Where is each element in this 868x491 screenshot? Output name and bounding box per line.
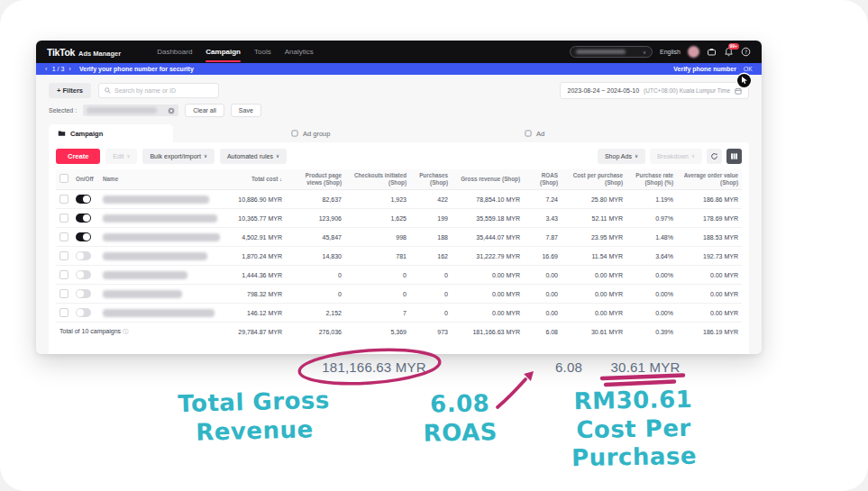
row-checkbox[interactable] bbox=[59, 270, 69, 279]
banner-next-icon[interactable]: › bbox=[69, 66, 71, 73]
help-icon[interactable]: ? bbox=[741, 47, 751, 57]
campaign-name-redacted bbox=[103, 214, 217, 223]
col-total-cost[interactable]: Total cost ↓ bbox=[217, 169, 286, 190]
nav-analytics[interactable]: Analytics bbox=[285, 48, 314, 56]
calendar-icon bbox=[735, 87, 742, 95]
search-placeholder: Search by name or ID bbox=[114, 87, 176, 94]
cell-product-page-views: 0 bbox=[286, 285, 345, 304]
level-tabs: Campaign Ad group Ad bbox=[49, 124, 749, 142]
cell-cost-per-purchase: 23.95 MYR bbox=[562, 228, 626, 247]
toolbar-right: Shop Ads ∨ Breakdown ∨ bbox=[598, 149, 742, 164]
columns-settings-button[interactable] bbox=[726, 149, 742, 164]
row-checkbox[interactable] bbox=[59, 308, 69, 317]
folder-icon bbox=[58, 130, 66, 137]
col-gross-revenue[interactable]: Gross revenue (Shop) bbox=[452, 169, 524, 190]
row-toggle[interactable] bbox=[76, 270, 91, 279]
nav-tools[interactable]: Tools bbox=[254, 48, 271, 56]
briefcase-icon[interactable] bbox=[707, 47, 717, 57]
cell-gross-revenue: 78,854.10 MYR bbox=[452, 190, 524, 209]
avatar[interactable] bbox=[688, 46, 699, 58]
cell-purchases: 162 bbox=[410, 247, 452, 266]
cell-total-cost: 146.12 MYR bbox=[217, 304, 286, 323]
row-checkbox[interactable] bbox=[59, 232, 69, 241]
verify-phone-link[interactable]: Verify phone number bbox=[673, 66, 736, 72]
row-toggle[interactable] bbox=[76, 251, 91, 260]
search-icon bbox=[105, 87, 111, 94]
cell-total-cost: 10,886.90 MYR bbox=[217, 190, 286, 209]
col-cost-per-purchase[interactable]: Cost per purchase (Shop) bbox=[562, 169, 626, 190]
edit-button[interactable]: Edit ∨ bbox=[105, 149, 137, 164]
cell-checkouts-initiated: 1,923 bbox=[345, 190, 410, 209]
account-selector[interactable]: ∨ bbox=[570, 46, 653, 58]
col-avg-order-value[interactable]: Average order value (Shop) bbox=[677, 169, 742, 190]
date-range-picker[interactable]: 2023-08-24 ~ 2024-05-10 (UTC+08:00) Kual… bbox=[560, 82, 749, 99]
total-gross-revenue: 181,166.63 MYR bbox=[452, 323, 524, 342]
cell-total-cost: 10,365.77 MYR bbox=[217, 209, 286, 228]
cell-checkouts-initiated: 998 bbox=[345, 228, 410, 247]
cell-purchases: 0 bbox=[410, 266, 452, 285]
row-toggle[interactable] bbox=[76, 232, 91, 241]
banner-prev-icon[interactable]: ‹ bbox=[45, 66, 48, 73]
campaign-name-redacted bbox=[103, 252, 207, 260]
tiktok-ads-manager-logo[interactable]: TikTok Ads Manager bbox=[47, 47, 121, 58]
cell-roas: 0.00 bbox=[524, 266, 562, 285]
verification-banner: ‹ 1 / 3 › Verify your phone number for s… bbox=[36, 63, 762, 75]
cell-roas: 7.87 bbox=[524, 228, 562, 247]
main-nav: Dashboard Campaign Tools Analytics bbox=[157, 48, 314, 56]
campaign-page-content: + Filters Search by name or ID 2023-08-2… bbox=[36, 75, 762, 354]
cell-purchase-rate: 3.64% bbox=[626, 247, 677, 266]
row-checkbox[interactable] bbox=[59, 214, 69, 223]
row-toggle[interactable] bbox=[76, 214, 91, 223]
campaign-table: On/Off Name Total cost ↓ Product page vi… bbox=[56, 169, 742, 341]
col-roas[interactable]: ROAS (Shop) bbox=[524, 169, 562, 190]
campaign-name-redacted bbox=[103, 271, 187, 279]
tab-campaign[interactable]: Campaign bbox=[49, 124, 173, 142]
clear-all-button[interactable]: Clear all bbox=[185, 104, 224, 117]
col-purchases[interactable]: Purchases (Shop) bbox=[410, 169, 452, 190]
total-label: Total of 10 campaigns bbox=[59, 328, 121, 334]
col-purchase-rate[interactable]: Purchase rate (Shop) (%) bbox=[626, 169, 677, 190]
search-input[interactable]: Search by name or ID bbox=[98, 83, 219, 98]
row-checkbox[interactable] bbox=[59, 289, 69, 298]
info-icon: ⓘ bbox=[123, 328, 129, 334]
chevron-down-icon: ∨ bbox=[643, 50, 646, 55]
shop-ads-dropdown[interactable]: Shop Ads ∨ bbox=[598, 149, 645, 164]
row-toggle[interactable] bbox=[76, 195, 91, 204]
row-toggle[interactable] bbox=[76, 308, 91, 317]
tab-ad-group[interactable]: Ad group bbox=[282, 124, 339, 142]
row-checkbox[interactable] bbox=[59, 195, 69, 204]
remove-tag-icon[interactable] bbox=[168, 107, 175, 114]
note-total-gross-revenue: Total Gross Revenue bbox=[154, 386, 354, 448]
language-selector[interactable]: English bbox=[660, 49, 681, 55]
nav-dashboard[interactable]: Dashboard bbox=[157, 48, 192, 56]
select-all-checkbox[interactable] bbox=[59, 174, 69, 183]
save-filter-button[interactable]: Save bbox=[231, 104, 261, 117]
bulk-export-import-button[interactable]: Bulk export/import ∨ bbox=[142, 149, 214, 164]
refresh-button[interactable] bbox=[707, 149, 722, 164]
banner-dismiss-button[interactable]: OK bbox=[744, 66, 753, 72]
chevron-down-icon: ∨ bbox=[204, 153, 207, 159]
campaign-row: 10,365.77 MYR123,9061,62519935,559.18 MY… bbox=[56, 209, 742, 228]
row-checkbox[interactable] bbox=[59, 251, 69, 260]
col-product-page-views[interactable]: Product page views (Shop) bbox=[286, 169, 345, 190]
selected-label: Selected : bbox=[49, 107, 77, 114]
chevron-down-icon: ∨ bbox=[635, 153, 638, 159]
filters-button[interactable]: + Filters bbox=[49, 83, 91, 98]
total-cost-per-purchase: 30.61 MYR bbox=[562, 323, 626, 342]
table-toolbar: Create Edit ∨ Bulk export/import ∨ Autom… bbox=[56, 148, 742, 164]
breakdown-dropdown[interactable]: Breakdown ∨ bbox=[650, 149, 702, 164]
banner-right: Verify phone number OK bbox=[673, 66, 753, 72]
col-checkouts-initiated[interactable]: Checkouts initiated (Shop) bbox=[345, 169, 410, 190]
cell-checkouts-initiated: 0 bbox=[345, 285, 410, 304]
ad-group-icon bbox=[291, 130, 298, 137]
roas-arrow-head bbox=[524, 371, 534, 381]
cell-product-page-views: 82,637 bbox=[286, 190, 345, 209]
create-button[interactable]: Create bbox=[56, 149, 100, 164]
total-purchases: 973 bbox=[410, 323, 452, 342]
row-toggle[interactable] bbox=[76, 289, 91, 298]
nav-campaign[interactable]: Campaign bbox=[206, 48, 241, 56]
tab-ad[interactable]: Ad bbox=[516, 124, 553, 142]
selected-filter-tag bbox=[83, 105, 178, 116]
automated-rules-button[interactable]: Automated rules ∨ bbox=[220, 149, 287, 164]
notifications-bell-icon[interactable]: 99+ bbox=[724, 47, 734, 57]
